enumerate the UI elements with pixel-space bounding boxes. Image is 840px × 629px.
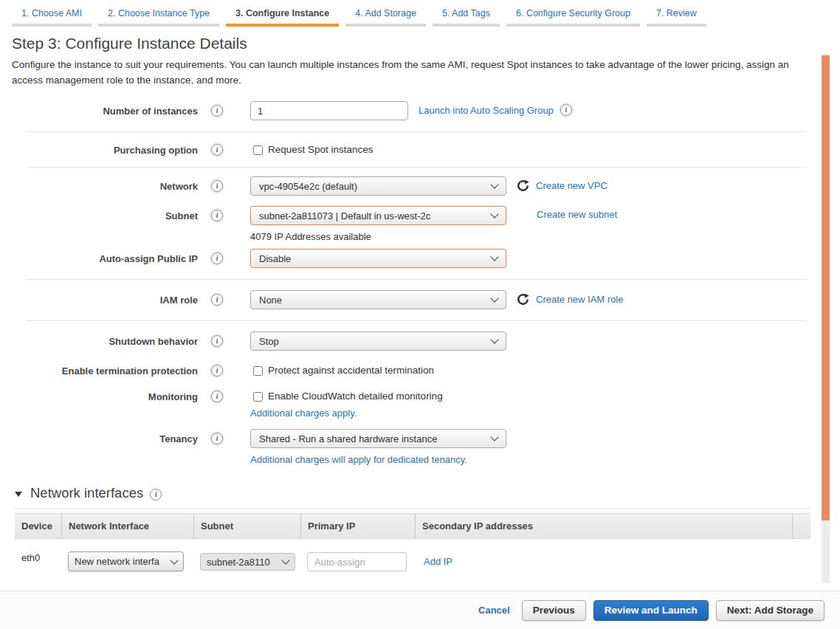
info-icon[interactable]: i <box>211 144 223 156</box>
tenancy-row: Tenancy i Shared - Run a shared hardware… <box>0 429 840 465</box>
request-spot-instances-label: Request Spot instances <box>268 144 373 155</box>
next-add-storage-button[interactable]: Next: Add Storage <box>716 600 824 621</box>
network-interface-select-value: New network interfa <box>75 556 159 567</box>
monitoring-additional-charges-link[interactable]: Additional charges apply. <box>250 408 443 419</box>
info-icon[interactable]: i <box>211 252 223 264</box>
info-icon[interactable]: i <box>211 391 223 402</box>
iam-role-value: None <box>259 295 282 306</box>
caret-down-icon[interactable] <box>15 492 22 497</box>
tab-configure-instance[interactable]: 3. Configure Instance <box>226 6 339 27</box>
subnet-row: Subnet i subnet-2a811073 | Default in us… <box>0 206 840 242</box>
primary-ip-input[interactable] <box>307 552 407 571</box>
chevron-down-icon <box>490 433 498 441</box>
previous-button[interactable]: Previous <box>522 600 586 621</box>
tenancy-label: Tenancy <box>0 429 198 444</box>
info-icon[interactable]: i <box>211 105 223 117</box>
section-divider <box>15 508 810 509</box>
section-divider <box>27 131 806 132</box>
network-select-value: vpc-49054e2c (default) <box>259 181 357 192</box>
table-row: eth0 New network interfa subnet-2a8110 A… <box>15 539 810 571</box>
info-icon[interactable]: i <box>211 294 223 306</box>
network-select[interactable]: vpc-49054e2c (default) <box>250 176 506 196</box>
termination-protection-checkbox-label: Protect against accidental termination <box>268 365 434 376</box>
row-subnet-select-value: subnet-2a8110 <box>207 557 270 568</box>
chevron-down-icon <box>490 335 498 343</box>
page-description: Configure the instance to suit your requ… <box>12 57 819 88</box>
refresh-icon[interactable] <box>517 293 529 306</box>
chevron-down-icon <box>490 252 498 261</box>
tab-add-storage[interactable]: 4. Add Storage <box>345 6 426 27</box>
info-icon[interactable]: i <box>211 365 223 377</box>
tenancy-select[interactable]: Shared - Run a shared hardware instance <box>250 429 506 448</box>
tenancy-value: Shared - Run a shared hardware instance <box>259 433 437 444</box>
chevron-down-icon <box>490 210 498 218</box>
table-header-row: Device Network Interface Subnet Primary … <box>15 513 810 539</box>
auto-assign-public-ip-value: Disable <box>259 253 291 264</box>
network-row: Network i vpc-49054e2c (default) Create … <box>0 176 840 196</box>
iam-role-label: IAM role <box>0 290 198 306</box>
auto-assign-public-ip-select[interactable]: Disable <box>250 249 506 268</box>
termination-protection-label: Enable termination protection <box>0 361 198 377</box>
number-of-instances-input[interactable] <box>250 101 408 120</box>
column-header-spacer <box>792 514 810 538</box>
cloudwatch-monitoring-checkbox[interactable] <box>253 392 263 402</box>
info-icon[interactable]: i <box>211 433 223 444</box>
create-new-vpc-link[interactable]: Create new VPC <box>536 180 607 191</box>
number-of-instances-row: Number of instances i Launch into Auto S… <box>0 101 840 120</box>
chevron-down-icon <box>490 180 498 188</box>
section-divider <box>27 279 806 280</box>
purchasing-option-label: Purchasing option <box>0 140 198 156</box>
info-icon[interactable]: i <box>150 489 162 501</box>
subnet-ip-availability-note: 4079 IP Addresses available <box>250 231 506 242</box>
page-header: Step 3: Configure Instance Details Confi… <box>0 27 840 88</box>
section-divider <box>27 320 806 321</box>
section-divider <box>27 167 806 168</box>
termination-protection-checkbox[interactable] <box>253 366 263 376</box>
network-interfaces-table: Device Network Interface Subnet Primary … <box>15 513 810 571</box>
scrollbar-thumb[interactable] <box>822 55 830 520</box>
monitoring-label: Monitoring <box>0 387 198 402</box>
launch-into-asg-link[interactable]: Launch into Auto Scaling Group <box>419 105 554 116</box>
tab-add-tags[interactable]: 5. Add Tags <box>433 6 500 27</box>
cloudwatch-monitoring-label: Enable CloudWatch detailed monitoring <box>268 391 443 402</box>
request-spot-instances-checkbox[interactable] <box>253 145 263 155</box>
tab-configure-security-group[interactable]: 6. Configure Security Group <box>506 6 640 27</box>
info-icon[interactable]: i <box>211 180 223 192</box>
tenancy-additional-charges-link[interactable]: Additional charges will apply for dedica… <box>250 454 506 465</box>
shutdown-behavior-select[interactable]: Stop <box>250 331 506 351</box>
column-header-subnet: Subnet <box>193 514 300 538</box>
cancel-link[interactable]: Cancel <box>478 605 510 616</box>
device-cell: eth0 <box>15 549 61 563</box>
tab-review[interactable]: 7. Review <box>647 6 706 27</box>
row-subnet-select[interactable]: subnet-2a8110 <box>200 553 295 571</box>
chevron-down-icon <box>281 556 289 564</box>
column-header-secondary-ip: Secondary IP addresses <box>415 514 792 538</box>
create-new-iam-role-link[interactable]: Create new IAM role <box>536 294 624 305</box>
create-new-subnet-link[interactable]: Create new subnet <box>537 209 617 220</box>
iam-role-select[interactable]: None <box>250 290 506 309</box>
configure-instance-form: Number of instances i Launch into Auto S… <box>0 101 840 465</box>
subnet-select[interactable]: subnet-2a811073 | Default in us-west-2c <box>250 206 506 225</box>
column-header-device: Device <box>15 514 61 538</box>
add-ip-link[interactable]: Add IP <box>424 556 452 567</box>
termination-protection-row: Enable termination protection i Protect … <box>0 361 840 377</box>
review-and-launch-button[interactable]: Review and Launch <box>593 600 709 621</box>
network-label: Network <box>0 176 198 192</box>
shutdown-behavior-label: Shutdown behavior <box>0 331 198 347</box>
purchasing-option-row: Purchasing option i Request Spot instanc… <box>0 140 840 156</box>
auto-assign-public-ip-label: Auto-assign Public IP <box>0 249 198 264</box>
column-header-network-interface: Network Interface <box>61 514 193 538</box>
tab-choose-instance-type[interactable]: 2. Choose Instance Type <box>98 6 219 27</box>
tab-choose-ami[interactable]: 1. Choose AMI <box>12 6 92 27</box>
network-interface-select[interactable]: New network interfa <box>68 551 184 571</box>
refresh-icon[interactable] <box>517 179 529 192</box>
info-icon[interactable]: i <box>560 104 572 116</box>
scrollbar-track[interactable] <box>822 55 830 583</box>
network-interfaces-title: Network interfaces <box>30 485 143 501</box>
shutdown-behavior-row: Shutdown behavior i Stop <box>0 331 840 351</box>
footer-bar: Cancel Previous Review and Launch Next: … <box>0 591 840 629</box>
column-header-primary-ip: Primary IP <box>300 514 415 538</box>
monitoring-row: Monitoring i Enable CloudWatch detailed … <box>0 387 840 419</box>
info-icon[interactable]: i <box>211 335 223 347</box>
info-icon[interactable]: i <box>211 210 223 221</box>
